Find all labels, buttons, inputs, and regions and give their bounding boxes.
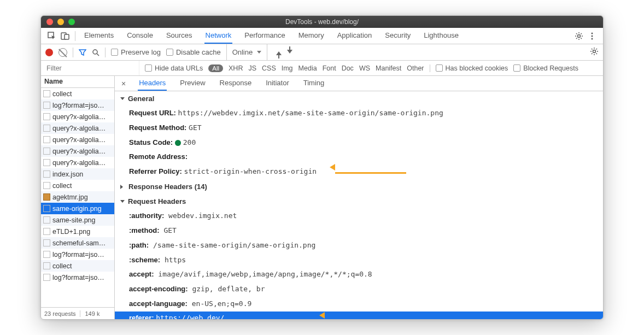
annotation-arrow (335, 166, 406, 178)
svg-point-9 (593, 50, 596, 53)
request-header-row: accept: image/avif,image/webp,image/apng… (115, 267, 603, 282)
request-row[interactable]: log?format=jso… (41, 99, 114, 111)
close-window[interactable] (46, 19, 53, 25)
request-headers-section[interactable]: Request Headers (115, 194, 603, 209)
tab-lighthouse[interactable]: Lighthouse (423, 28, 460, 44)
request-header-row: :method: GET (115, 224, 603, 238)
file-icon (43, 205, 50, 212)
blocked-requests-toggle[interactable]: Blocked Requests (513, 64, 578, 72)
file-icon (43, 251, 50, 258)
detail-tab-initiator[interactable]: Initiator (265, 76, 290, 91)
close-details-button[interactable]: × (119, 79, 128, 88)
traffic-lights (46, 19, 75, 25)
filter-other[interactable]: Other (407, 64, 424, 72)
request-header-row: accept-language: en-US,en;q=0.9 (115, 297, 603, 312)
svg-point-6 (592, 38, 593, 39)
preserve-log-toggle[interactable]: Preserve log (111, 48, 161, 56)
filter-ws[interactable]: WS (359, 64, 370, 72)
detail-tab-headers[interactable]: Headers (138, 76, 167, 91)
request-row[interactable]: agektmr.jpg (41, 191, 114, 203)
filter-doc[interactable]: Doc (342, 64, 354, 72)
inspect-icon[interactable] (45, 30, 58, 43)
request-row[interactable]: query?x-algolia… (41, 111, 114, 122)
request-row[interactable]: collect (41, 180, 114, 191)
filter-media[interactable]: Media (298, 64, 317, 72)
record-button[interactable] (45, 49, 53, 56)
filter-all[interactable]: All (208, 64, 223, 72)
tab-memory[interactable]: Memory (297, 28, 325, 44)
device-toggle-icon[interactable] (58, 30, 72, 43)
request-row[interactable]: log?format=jso… (41, 249, 114, 260)
filter-font[interactable]: Font (323, 64, 336, 72)
request-row[interactable]: query?x-algolia… (41, 122, 114, 134)
more-icon[interactable] (586, 30, 599, 43)
main-tabbar: ElementsConsoleSourcesNetworkPerformance… (41, 28, 603, 44)
details-pane: × HeadersPreviewResponseInitiatorTiming … (115, 76, 603, 319)
request-row[interactable]: collect (41, 260, 114, 272)
request-row[interactable]: query?x-algolia… (41, 134, 114, 145)
tab-console[interactable]: Console (126, 28, 154, 44)
request-row[interactable]: index.json (41, 168, 114, 180)
clear-icon[interactable] (58, 48, 67, 57)
hide-data-urls-toggle[interactable]: Hide data URLs (145, 64, 203, 72)
filter-icon[interactable] (79, 49, 86, 56)
request-row[interactable]: schemeful-sam… (41, 237, 114, 249)
devtools-window: DevTools - web.dev/blog/ ElementsConsole… (40, 15, 604, 320)
titlebar: DevTools - web.dev/blog/ (41, 16, 603, 28)
referrer-policy-row: Referrer Policy: strict-origin-when-cros… (115, 164, 603, 179)
tab-network[interactable]: Network (204, 28, 233, 44)
filter-bar: Hide data URLs All XHRJSCSSImgMediaFontD… (41, 61, 603, 76)
throttling-select[interactable]: Online (226, 44, 268, 60)
file-icon (43, 171, 50, 178)
filter-js[interactable]: JS (248, 64, 256, 72)
filter-input[interactable] (41, 61, 139, 75)
name-column-header[interactable]: Name (41, 76, 114, 88)
main-tabs: ElementsConsoleSourcesNetworkPerformance… (83, 28, 460, 44)
remote-address: Remote Address: (129, 152, 188, 161)
disable-cache-toggle[interactable]: Disable cache (166, 48, 221, 56)
tab-application[interactable]: Application (336, 28, 373, 44)
tab-elements[interactable]: Elements (83, 28, 115, 44)
detail-tab-response[interactable]: Response (219, 76, 253, 91)
network-settings-icon[interactable] (590, 47, 599, 57)
detail-tab-timing[interactable]: Timing (302, 76, 326, 91)
filter-xhr[interactable]: XHR (229, 64, 243, 72)
request-row[interactable]: collect (41, 88, 114, 99)
request-header-row: :scheme: https (115, 253, 603, 268)
settings-icon[interactable] (572, 30, 586, 43)
request-row[interactable]: eTLD+1.png (41, 226, 114, 237)
maximize-window[interactable] (68, 19, 75, 25)
file-icon (43, 159, 50, 166)
request-row[interactable]: log?format=jso… (41, 272, 114, 283)
svg-point-3 (578, 34, 581, 37)
chevron-down-icon (257, 51, 261, 54)
upload-icon[interactable] (276, 51, 282, 55)
filter-css[interactable]: CSS (262, 64, 276, 72)
request-url: https://webdev.imgix.net/same-site-same-… (178, 109, 443, 117)
request-row[interactable]: same-site.png (41, 214, 114, 226)
status-bar: 23 requests 149 k (41, 307, 114, 319)
request-row[interactable]: query?x-algolia… (41, 145, 114, 157)
tab-performance[interactable]: Performance (243, 28, 286, 44)
network-toolbar: Preserve log Disable cache Online (41, 44, 603, 61)
has-blocked-cookies-toggle[interactable]: Has blocked cookies (436, 64, 508, 72)
download-icon[interactable] (287, 50, 292, 54)
request-row[interactable]: query?x-algolia… (41, 157, 114, 168)
request-row[interactable]: same-origin.png (41, 203, 114, 214)
svg-point-5 (592, 35, 593, 37)
response-headers-section[interactable]: Response Headers (14) (115, 179, 603, 194)
window-title: DevTools - web.dev/blog/ (285, 18, 359, 26)
tab-security[interactable]: Security (384, 28, 412, 44)
file-icon (43, 216, 50, 224)
request-method: GET (189, 124, 201, 132)
filter-manifest[interactable]: Manifest (376, 64, 401, 72)
search-icon[interactable] (92, 49, 99, 56)
filter-types: XHRJSCSSImgMediaFontDocWSManifestOther (229, 64, 424, 72)
general-section-header[interactable]: General (115, 91, 603, 106)
file-icon (43, 182, 50, 189)
filter-img[interactable]: Img (282, 64, 293, 72)
minimize-window[interactable] (57, 19, 64, 25)
detail-tab-preview[interactable]: Preview (179, 76, 206, 91)
tab-sources[interactable]: Sources (165, 28, 194, 44)
status-dot-icon (175, 140, 181, 146)
